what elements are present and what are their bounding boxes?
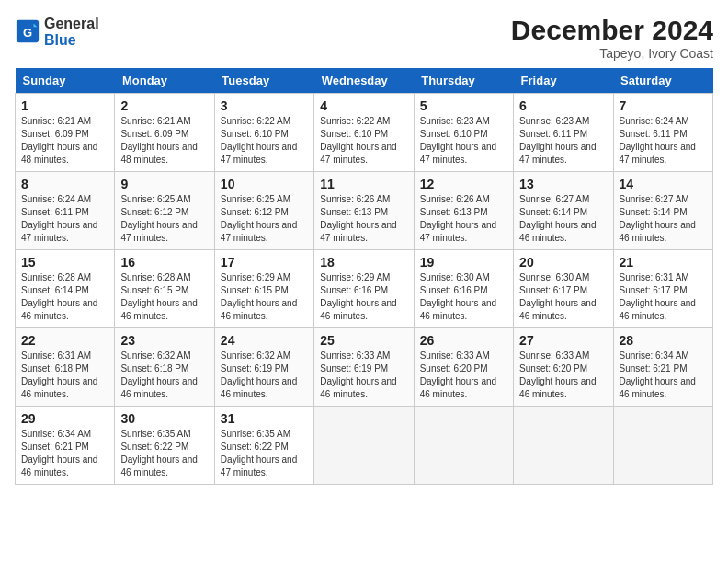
- day-info: Sunrise: 6:27 AM Sunset: 6:14 PM Dayligh…: [620, 193, 707, 245]
- day-cell-5: 5 Sunrise: 6:23 AM Sunset: 6:10 PM Dayli…: [414, 94, 513, 172]
- day-info: Sunrise: 6:27 AM Sunset: 6:14 PM Dayligh…: [519, 193, 607, 245]
- week-row-5: 29 Sunrise: 6:34 AM Sunset: 6:21 PM Dayl…: [16, 407, 713, 485]
- day-number: 10: [221, 177, 308, 191]
- day-cell-26: 26 Sunrise: 6:33 AM Sunset: 6:20 PM Dayl…: [414, 328, 513, 407]
- empty-cell: [514, 407, 613, 485]
- week-row-3: 15 Sunrise: 6:28 AM Sunset: 6:14 PM Dayl…: [16, 250, 713, 328]
- day-info: Sunrise: 6:24 AM Sunset: 6:11 PM Dayligh…: [620, 115, 707, 167]
- day-info: Sunrise: 6:31 AM Sunset: 6:17 PM Dayligh…: [620, 271, 707, 323]
- logo-icon: G: [15, 18, 40, 44]
- logo-blue-text: Blue: [44, 32, 76, 48]
- day-info: Sunrise: 6:33 AM Sunset: 6:20 PM Dayligh…: [519, 350, 607, 401]
- day-info: Sunrise: 6:23 AM Sunset: 6:10 PM Dayligh…: [420, 115, 507, 167]
- day-number: 26: [420, 333, 507, 348]
- calendar-table: SundayMondayTuesdayWednesdayThursdayFrid…: [15, 68, 713, 485]
- day-info: Sunrise: 6:32 AM Sunset: 6:18 PM Dayligh…: [120, 350, 208, 401]
- day-number: 6: [519, 98, 607, 113]
- day-cell-18: 18 Sunrise: 6:29 AM Sunset: 6:16 PM Dayl…: [314, 250, 414, 328]
- day-cell-10: 10 Sunrise: 6:25 AM Sunset: 6:12 PM Dayl…: [214, 172, 313, 250]
- day-number: 24: [221, 333, 308, 348]
- day-cell-11: 11 Sunrise: 6:26 AM Sunset: 6:13 PM Dayl…: [314, 172, 414, 250]
- day-number: 23: [120, 333, 208, 348]
- day-cell-14: 14 Sunrise: 6:27 AM Sunset: 6:14 PM Dayl…: [613, 172, 712, 250]
- day-header-wednesday: Wednesday: [314, 68, 414, 94]
- day-header-sunday: Sunday: [16, 68, 115, 94]
- day-cell-21: 21 Sunrise: 6:31 AM Sunset: 6:17 PM Dayl…: [613, 250, 712, 328]
- week-row-4: 22 Sunrise: 6:31 AM Sunset: 6:18 PM Dayl…: [16, 328, 713, 407]
- day-info: Sunrise: 6:22 AM Sunset: 6:10 PM Dayligh…: [320, 115, 407, 167]
- day-cell-20: 20 Sunrise: 6:30 AM Sunset: 6:17 PM Dayl…: [514, 250, 613, 328]
- day-info: Sunrise: 6:26 AM Sunset: 6:13 PM Dayligh…: [320, 193, 407, 245]
- day-number: 30: [120, 411, 208, 426]
- day-number: 28: [620, 333, 707, 348]
- empty-cell: [613, 407, 712, 485]
- day-cell-19: 19 Sunrise: 6:30 AM Sunset: 6:16 PM Dayl…: [414, 250, 513, 328]
- day-number: 4: [320, 98, 407, 113]
- day-cell-16: 16 Sunrise: 6:28 AM Sunset: 6:15 PM Dayl…: [115, 250, 214, 328]
- day-info: Sunrise: 6:22 AM Sunset: 6:10 PM Dayligh…: [221, 115, 308, 167]
- day-info: Sunrise: 6:29 AM Sunset: 6:16 PM Dayligh…: [320, 271, 407, 323]
- day-number: 2: [120, 98, 208, 113]
- day-number: 14: [620, 177, 707, 191]
- day-cell-1: 1 Sunrise: 6:21 AM Sunset: 6:09 PM Dayli…: [16, 94, 115, 172]
- day-number: 16: [120, 255, 208, 270]
- day-cell-7: 7 Sunrise: 6:24 AM Sunset: 6:11 PM Dayli…: [613, 94, 712, 172]
- day-cell-23: 23 Sunrise: 6:32 AM Sunset: 6:18 PM Dayl…: [115, 328, 214, 407]
- day-info: Sunrise: 6:34 AM Sunset: 6:21 PM Dayligh…: [21, 428, 108, 479]
- day-info: Sunrise: 6:30 AM Sunset: 6:16 PM Dayligh…: [420, 271, 507, 323]
- day-cell-9: 9 Sunrise: 6:25 AM Sunset: 6:12 PM Dayli…: [115, 172, 214, 250]
- day-number: 15: [21, 255, 108, 270]
- day-info: Sunrise: 6:21 AM Sunset: 6:09 PM Dayligh…: [21, 115, 108, 167]
- day-cell-28: 28 Sunrise: 6:34 AM Sunset: 6:21 PM Dayl…: [613, 328, 712, 407]
- month-title: December 2024: [511, 15, 713, 46]
- day-info: Sunrise: 6:30 AM Sunset: 6:17 PM Dayligh…: [519, 271, 607, 323]
- day-info: Sunrise: 6:26 AM Sunset: 6:13 PM Dayligh…: [420, 193, 507, 245]
- day-number: 20: [519, 255, 607, 270]
- day-cell-24: 24 Sunrise: 6:32 AM Sunset: 6:19 PM Dayl…: [214, 328, 313, 407]
- day-header-monday: Monday: [115, 68, 214, 94]
- day-number: 3: [221, 98, 308, 113]
- day-number: 18: [320, 255, 407, 270]
- day-number: 5: [420, 98, 507, 113]
- location-subtitle: Tapeyo, Ivory Coast: [511, 46, 713, 61]
- day-header-thursday: Thursday: [414, 68, 513, 94]
- day-number: 22: [21, 333, 108, 348]
- day-info: Sunrise: 6:35 AM Sunset: 6:22 PM Dayligh…: [221, 428, 308, 479]
- day-cell-27: 27 Sunrise: 6:33 AM Sunset: 6:20 PM Dayl…: [514, 328, 613, 407]
- day-cell-29: 29 Sunrise: 6:34 AM Sunset: 6:21 PM Dayl…: [16, 407, 115, 485]
- day-header-friday: Friday: [514, 68, 613, 94]
- day-info: Sunrise: 6:28 AM Sunset: 6:15 PM Dayligh…: [120, 271, 208, 323]
- day-cell-25: 25 Sunrise: 6:33 AM Sunset: 6:19 PM Dayl…: [314, 328, 414, 407]
- week-row-2: 8 Sunrise: 6:24 AM Sunset: 6:11 PM Dayli…: [16, 172, 713, 250]
- day-cell-4: 4 Sunrise: 6:22 AM Sunset: 6:10 PM Dayli…: [314, 94, 414, 172]
- day-number: 9: [120, 177, 208, 191]
- day-cell-8: 8 Sunrise: 6:24 AM Sunset: 6:11 PM Dayli…: [16, 172, 115, 250]
- title-area: December 2024 Tapeyo, Ivory Coast: [511, 15, 713, 61]
- day-number: 7: [620, 98, 707, 113]
- day-info: Sunrise: 6:35 AM Sunset: 6:22 PM Dayligh…: [120, 428, 208, 479]
- day-info: Sunrise: 6:34 AM Sunset: 6:21 PM Dayligh…: [620, 350, 707, 401]
- page-header: G General Blue December 2024 Tapeyo, Ivo…: [15, 15, 713, 61]
- day-number: 12: [420, 177, 507, 191]
- day-info: Sunrise: 6:33 AM Sunset: 6:20 PM Dayligh…: [420, 350, 507, 401]
- day-header-tuesday: Tuesday: [214, 68, 313, 94]
- day-number: 27: [519, 333, 607, 348]
- empty-cell: [414, 407, 513, 485]
- day-number: 8: [21, 177, 108, 191]
- week-row-1: 1 Sunrise: 6:21 AM Sunset: 6:09 PM Dayli…: [16, 94, 713, 172]
- day-number: 21: [620, 255, 707, 270]
- logo-general-text: General: [44, 16, 99, 31]
- day-cell-31: 31 Sunrise: 6:35 AM Sunset: 6:22 PM Dayl…: [214, 407, 313, 485]
- day-number: 1: [21, 98, 108, 113]
- day-cell-22: 22 Sunrise: 6:31 AM Sunset: 6:18 PM Dayl…: [16, 328, 115, 407]
- day-number: 11: [320, 177, 407, 191]
- day-cell-3: 3 Sunrise: 6:22 AM Sunset: 6:10 PM Dayli…: [214, 94, 313, 172]
- day-info: Sunrise: 6:23 AM Sunset: 6:11 PM Dayligh…: [519, 115, 607, 167]
- day-cell-2: 2 Sunrise: 6:21 AM Sunset: 6:09 PM Dayli…: [115, 94, 214, 172]
- day-info: Sunrise: 6:24 AM Sunset: 6:11 PM Dayligh…: [21, 193, 108, 245]
- day-number: 31: [221, 411, 308, 426]
- day-cell-17: 17 Sunrise: 6:29 AM Sunset: 6:15 PM Dayl…: [214, 250, 313, 328]
- day-number: 13: [519, 177, 607, 191]
- day-header-saturday: Saturday: [613, 68, 712, 94]
- day-info: Sunrise: 6:32 AM Sunset: 6:19 PM Dayligh…: [221, 350, 308, 401]
